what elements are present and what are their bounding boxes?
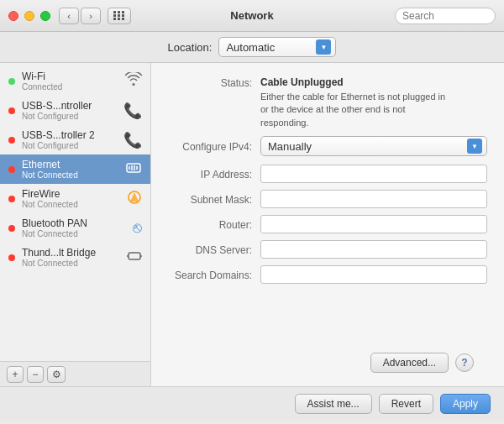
search-input[interactable]: [402, 10, 488, 22]
status-description: Either the cable for Ethernet is not plu…: [260, 91, 454, 129]
router-row: Router:: [168, 215, 487, 233]
traffic-lights: [8, 11, 50, 21]
sidebar-item-bluetooth[interactable]: Bluetooth PAN Not Connected ⎋: [0, 213, 150, 243]
status-dot-usb2: [8, 137, 15, 144]
status-dot-ethernet: [8, 166, 15, 173]
sidebar-item-thunderbolt-name: Thund...lt Bridge: [22, 247, 123, 259]
dns-server-input[interactable]: [260, 240, 487, 259]
ip-address-input[interactable]: [260, 165, 487, 183]
status-label: Status:: [168, 76, 260, 89]
window-title: Network: [230, 9, 273, 22]
forward-button[interactable]: ›: [81, 8, 101, 24]
sidebar-item-ethernet[interactable]: Ethernet Not Connected: [0, 154, 150, 184]
sidebar-item-bluetooth-name: Bluetooth PAN: [22, 217, 129, 229]
configure-select-wrap: Manually: [260, 136, 487, 156]
sidebar-item-wifi[interactable]: Wi-Fi Connected: [0, 66, 150, 96]
dns-label: DNS Server:: [168, 243, 260, 256]
sidebar-item-bluetooth-status: Not Connected: [22, 229, 129, 238]
router-input[interactable]: [260, 215, 487, 233]
status-value: Cable Unplugged: [260, 76, 454, 88]
location-bar: Location: Automatic: [0, 32, 504, 63]
search-domains-row: Search Domains:: [168, 265, 487, 284]
configure-row: Configure IPv4: Manually: [168, 136, 487, 156]
detail-panel: Status: Cable Unplugged Either the cable…: [151, 63, 504, 386]
apply-button[interactable]: Apply: [440, 394, 491, 414]
ip-label: IP Address:: [168, 168, 260, 181]
wifi-icon: [125, 72, 142, 90]
sidebar-item-usb2[interactable]: USB-S...troller 2 Not Configured 📞: [0, 125, 150, 154]
phone-icon-1: 📞: [123, 102, 142, 120]
firewire-icon: [127, 190, 142, 208]
ethernet-icon: [125, 160, 142, 178]
search-box[interactable]: [395, 8, 496, 24]
ip-row: IP Address:: [168, 165, 487, 183]
subnet-mask-input[interactable]: [260, 190, 487, 208]
nav-buttons: ‹ ›: [59, 8, 101, 24]
sidebar-item-wifi-status: Connected: [22, 82, 122, 92]
subnet-row: Subnet Mask:: [168, 190, 487, 208]
close-button[interactable]: [8, 11, 18, 21]
thunderbolt-icon: [127, 249, 142, 266]
sidebar-item-ethernet-status: Not Connected: [22, 170, 122, 180]
search-domains-label: Search Domains:: [168, 269, 260, 281]
gear-button[interactable]: ⚙: [47, 366, 66, 383]
dns-row: DNS Server:: [168, 240, 487, 259]
sidebar-item-firewire-status: Not Connected: [22, 200, 123, 209]
add-connection-button[interactable]: +: [7, 366, 24, 383]
revert-button[interactable]: Revert: [379, 394, 433, 414]
status-dot-bluetooth: [8, 225, 15, 232]
grid-view-button[interactable]: [108, 8, 131, 24]
router-label: Router:: [168, 218, 260, 231]
phone-icon-2: 📞: [123, 131, 142, 149]
advanced-button[interactable]: Advanced...: [370, 353, 449, 373]
sidebar-item-usb1-status: Not Configured: [22, 112, 120, 121]
sidebar-item-thunderbolt-status: Not Connected: [22, 259, 123, 268]
remove-connection-button[interactable]: −: [27, 366, 44, 383]
sidebar-item-usb2-name: USB-S...troller 2: [22, 129, 120, 141]
sidebar: Wi-Fi Connected USB-S...ntroller Not: [0, 63, 151, 386]
bottom-row: Assist me... Revert Apply: [0, 386, 504, 421]
sidebar-item-thunderbolt[interactable]: Thund...lt Bridge Not Connected: [0, 243, 150, 272]
sidebar-item-usb1-name: USB-S...ntroller: [22, 100, 120, 112]
back-button[interactable]: ‹: [59, 8, 79, 24]
sidebar-item-usb2-status: Not Configured: [22, 141, 120, 150]
location-select-wrap: Automatic: [218, 37, 336, 57]
status-dot-usb1: [8, 107, 15, 114]
location-label: Location:: [168, 41, 213, 54]
assist-button[interactable]: Assist me...: [295, 394, 372, 414]
subnet-label: Subnet Mask:: [168, 193, 260, 206]
sidebar-item-firewire-name: FireWire: [22, 188, 123, 200]
main-content: Wi-Fi Connected USB-S...ntroller Not: [0, 63, 504, 386]
status-row: Status: Cable Unplugged Either the cable…: [168, 76, 487, 129]
configure-label: Configure IPv4:: [168, 140, 260, 153]
titlebar: ‹ › Network: [0, 0, 504, 32]
sidebar-list: Wi-Fi Connected USB-S...ntroller Not: [0, 63, 150, 361]
help-button[interactable]: ?: [455, 353, 474, 372]
advanced-row: Advanced... ?: [168, 348, 487, 373]
search-domains-input[interactable]: [260, 265, 487, 284]
sidebar-item-ethernet-name: Ethernet: [22, 159, 122, 170]
status-dot-wifi: [8, 78, 15, 85]
maximize-button[interactable]: [40, 11, 50, 21]
sidebar-item-usb1[interactable]: USB-S...ntroller Not Configured 📞: [0, 96, 150, 125]
svg-rect-7: [129, 253, 140, 259]
sidebar-item-firewire[interactable]: FireWire Not Connected: [0, 184, 150, 213]
configure-ipv4-select[interactable]: Manually: [260, 136, 487, 156]
svg-marker-6: [130, 192, 139, 202]
sidebar-toolbar: + − ⚙: [0, 361, 150, 386]
location-select[interactable]: Automatic: [218, 37, 336, 57]
bluetooth-icon: ⎋: [133, 219, 142, 237]
status-dot-thunderbolt: [8, 254, 15, 261]
grid-icon: [113, 11, 125, 20]
status-dot-firewire: [8, 196, 15, 202]
sidebar-item-wifi-name: Wi-Fi: [22, 71, 122, 82]
minimize-button[interactable]: [24, 11, 34, 21]
